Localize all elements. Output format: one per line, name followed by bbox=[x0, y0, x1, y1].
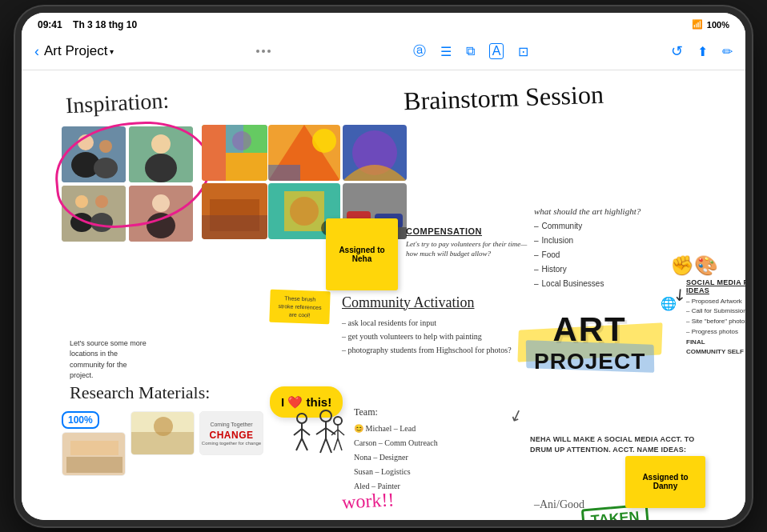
svg-line-53 bbox=[338, 430, 344, 435]
svg-point-12 bbox=[90, 213, 113, 232]
svg-line-49 bbox=[326, 438, 331, 453]
source-text: Let's source some more locations in the … bbox=[70, 338, 150, 382]
title-text: Art Project bbox=[44, 43, 107, 59]
layers-tool-icon[interactable]: ⧉ bbox=[466, 44, 475, 58]
team-member-4: Susan – Logistics bbox=[354, 465, 530, 479]
edit-button[interactable]: ✏ bbox=[722, 44, 733, 59]
text-tool-icon[interactable]: A bbox=[489, 43, 504, 59]
compensation-title: COMPENSATION bbox=[406, 226, 534, 236]
check-icon-3: – bbox=[534, 248, 539, 262]
wifi-icon: 📶 bbox=[692, 19, 703, 30]
svg-rect-58 bbox=[70, 441, 118, 455]
toolbar-overflow-dots[interactable] bbox=[256, 50, 271, 53]
battery-indicator: 100% bbox=[707, 20, 729, 30]
toolbar: ‹ Art Project ▾ ⓐ ☰ ⧉ A bbox=[22, 35, 745, 70]
highlight-item-2: – Inclusion bbox=[534, 234, 694, 248]
svg-point-1 bbox=[78, 134, 94, 150]
svg-line-42 bbox=[296, 438, 302, 450]
people-photos-group bbox=[62, 126, 193, 242]
svg-point-61 bbox=[154, 417, 173, 436]
bottom-scrawl-text: work bbox=[341, 490, 382, 513]
back-button[interactable]: ‹ bbox=[34, 43, 39, 60]
brush-note-text: These brush stroke references are cool! bbox=[278, 295, 321, 318]
percentage-badge: 100% bbox=[62, 411, 99, 429]
svg-line-46 bbox=[316, 428, 326, 434]
artwork-photo-3 bbox=[343, 125, 407, 181]
social-item-6: COMMUNITY SELF bbox=[686, 347, 745, 358]
social-item-5: FINAL bbox=[686, 338, 745, 348]
photo-4 bbox=[129, 186, 193, 242]
svg-point-44 bbox=[320, 410, 331, 422]
check-icon-5: – bbox=[534, 277, 539, 291]
check-icon-1: – bbox=[534, 219, 539, 234]
social-item-2: – Call for Submissions bbox=[686, 306, 745, 317]
doodle-figure bbox=[286, 406, 350, 470]
team-member-3: Nona – Designer bbox=[354, 450, 530, 465]
svg-point-6 bbox=[151, 134, 171, 154]
dot-3 bbox=[267, 50, 271, 53]
art-highlight-question: what should the art highlight? bbox=[534, 206, 694, 216]
social-item-1: – Proposed Artwork bbox=[686, 297, 745, 307]
sticky-neha-text: Assigned to Neha bbox=[339, 246, 384, 263]
toolbar-left: ‹ Art Project ▾ bbox=[34, 43, 114, 60]
svg-point-24 bbox=[312, 129, 336, 153]
date-display: Th 3 18 thg 10 bbox=[73, 19, 137, 30]
status-time: 09:41 Th 3 18 thg 10 bbox=[38, 19, 137, 30]
social-media-title: SOCIAL MEDIA POST IDEAS bbox=[686, 278, 745, 294]
photo-3 bbox=[62, 186, 126, 242]
thumb-1[interactable] bbox=[62, 432, 126, 476]
svg-rect-30 bbox=[202, 215, 267, 239]
research-title-text: Research Materials: bbox=[70, 382, 210, 402]
community-item-3: – photography students from Highschool f… bbox=[342, 343, 518, 357]
status-indicators: 📶 100% bbox=[692, 19, 729, 30]
check-icon-4: – bbox=[534, 262, 539, 277]
social-media-list: – Proposed Artwork – Call for Submission… bbox=[686, 297, 745, 358]
svg-point-11 bbox=[70, 213, 93, 232]
svg-line-41 bbox=[302, 429, 310, 435]
thumb-with-badge: 100% bbox=[62, 411, 126, 476]
sticky-label-neha: Assigned to bbox=[339, 246, 384, 254]
community-item-2: – get youth volunteers to help with pain… bbox=[342, 330, 518, 343]
taken-badge-text: TAKEN bbox=[590, 508, 640, 520]
share-button[interactable]: ⬆ bbox=[697, 44, 708, 59]
photo-1 bbox=[62, 126, 126, 182]
svg-point-7 bbox=[145, 154, 177, 182]
social-item-4: – Progress photos bbox=[686, 327, 745, 338]
title-chevron-icon: ▾ bbox=[110, 47, 114, 56]
svg-line-43 bbox=[302, 438, 307, 450]
inspiration-title: Inspiration: bbox=[65, 87, 170, 118]
dot-1 bbox=[256, 50, 259, 53]
svg-point-3 bbox=[99, 140, 112, 153]
artwork-photo-2 bbox=[268, 125, 340, 181]
artwork-photo-4 bbox=[202, 183, 267, 239]
compensation-body-text: Let's try to pay volunteers for their ti… bbox=[406, 240, 527, 258]
svg-point-4 bbox=[94, 158, 118, 178]
sticky-name-danny: Danny bbox=[653, 482, 678, 490]
thumb-change-book[interactable]: Coming Together CHANGE Coming together f… bbox=[199, 411, 263, 455]
undo-button[interactable]: ↺ bbox=[671, 42, 683, 60]
change-label: CHANGE bbox=[209, 430, 253, 441]
svg-line-54 bbox=[334, 438, 338, 450]
project-text: PROJECT bbox=[534, 349, 645, 374]
fist-emoji: ✊🎨 bbox=[670, 254, 718, 277]
svg-point-9 bbox=[75, 195, 88, 208]
bottom-thumbnails: 100% bbox=[62, 411, 263, 476]
canvas-area: Brainstorm Session Inspiration: bbox=[22, 70, 745, 520]
community-item-1: – ask local residents for input bbox=[342, 316, 518, 330]
compensation-body: Let's try to pay volunteers for their ti… bbox=[406, 239, 534, 259]
svg-line-48 bbox=[320, 438, 326, 453]
change-label-text: CHANGE bbox=[209, 430, 253, 441]
svg-rect-8 bbox=[62, 186, 126, 242]
team-member-2: Carson – Comm Outreach bbox=[354, 436, 530, 450]
sticky-note-danny: Assigned to Danny bbox=[625, 456, 705, 508]
sticky-label-danny: Assigned to bbox=[642, 473, 688, 482]
document-title[interactable]: Art Project ▾ bbox=[44, 43, 114, 59]
neha-note: NEHA WILL MAKE A SOCIAL MEDIA ACCT. TO D… bbox=[530, 434, 698, 456]
draw-tool-icon[interactable]: ⓐ bbox=[413, 43, 426, 60]
social-item-3: – Site "before" photos bbox=[686, 317, 745, 327]
source-text-content: Let's source some more locations in the … bbox=[70, 339, 147, 380]
list-tool-icon[interactable]: ☰ bbox=[440, 44, 452, 59]
team-section: Team: 😊 Michael – Lead Carson – Comm Out… bbox=[354, 406, 530, 494]
image-tool-icon[interactable]: ⊡ bbox=[518, 44, 528, 59]
thumb-2[interactable] bbox=[131, 411, 195, 455]
